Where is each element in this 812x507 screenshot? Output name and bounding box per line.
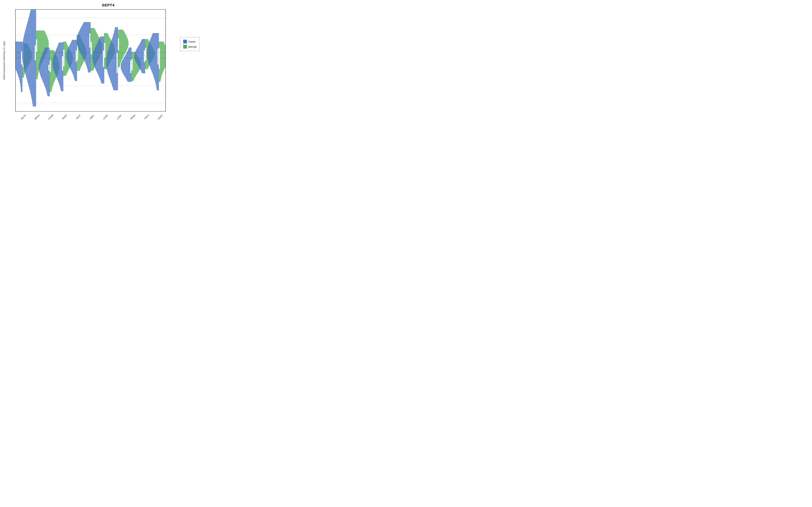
svg-point-157 [64, 73, 65, 74]
svg-point-22 [19, 74, 20, 74]
svg-point-447 [161, 56, 162, 56]
svg-point-386 [143, 53, 143, 54]
svg-point-101 [48, 81, 49, 82]
svg-rect-314 [118, 38, 119, 50]
svg-point-430 [153, 43, 153, 44]
svg-point-377 [144, 71, 145, 71]
svg-point-388 [144, 49, 145, 50]
svg-point-316 [118, 67, 118, 68]
svg-point-246 [95, 45, 96, 46]
svg-point-293 [104, 33, 105, 34]
svg-rect-394 [145, 48, 147, 60]
svg-point-106 [46, 67, 47, 68]
svg-point-412 [146, 41, 147, 41]
svg-point-220 [89, 60, 90, 61]
svg-point-71 [31, 20, 32, 21]
svg-point-79 [36, 70, 37, 71]
svg-point-84 [37, 56, 38, 57]
svg-point-61 [30, 77, 31, 78]
svg-point-403 [145, 56, 146, 57]
svg-point-36 [22, 77, 23, 78]
svg-point-324 [119, 49, 120, 50]
svg-point-142 [58, 74, 59, 74]
svg-point-179 [75, 73, 76, 74]
svg-point-62 [34, 72, 35, 72]
svg-point-183 [75, 64, 76, 64]
svg-point-190 [76, 47, 77, 48]
svg-point-290 [107, 39, 108, 40]
svg-point-269 [99, 47, 99, 48]
svg-point-24 [17, 68, 18, 69]
svg-point-224 [85, 49, 86, 49]
svg-point-330 [118, 36, 119, 37]
svg-point-192 [73, 42, 74, 43]
svg-point-18 [21, 86, 22, 87]
svg-point-184 [76, 61, 77, 62]
svg-point-312 [116, 31, 117, 32]
svg-point-92 [38, 33, 38, 34]
svg-point-72 [31, 15, 32, 15]
svg-point-64 [31, 60, 32, 61]
svg-point-97 [48, 93, 48, 94]
svg-rect-14 [21, 51, 22, 65]
svg-point-299 [117, 79, 117, 79]
svg-point-237 [90, 68, 91, 68]
svg-point-233 [88, 22, 88, 23]
svg-point-16 [22, 92, 22, 92]
svg-point-152 [59, 45, 60, 46]
svg-point-107 [45, 64, 46, 65]
svg-point-345 [130, 63, 131, 64]
svg-point-238 [92, 65, 93, 66]
svg-point-143 [60, 71, 61, 71]
svg-point-443 [162, 65, 163, 66]
svg-point-427 [154, 53, 155, 54]
svg-point-384 [140, 57, 141, 57]
legend-color-tumor [183, 40, 187, 44]
svg-point-31 [20, 47, 21, 48]
svg-point-340 [126, 73, 126, 74]
x-label-lusc: LUSC [113, 111, 125, 123]
svg-point-81 [38, 65, 39, 65]
svg-point-348 [126, 57, 127, 58]
svg-point-271 [101, 42, 102, 43]
svg-point-322 [121, 54, 121, 54]
svg-point-119 [50, 84, 50, 85]
svg-point-96 [48, 96, 49, 97]
svg-point-272 [102, 39, 103, 40]
svg-point-319 [120, 60, 121, 61]
svg-point-124 [51, 72, 52, 73]
svg-point-170 [64, 48, 65, 48]
svg-point-159 [66, 69, 67, 70]
svg-point-91 [38, 36, 39, 37]
svg-point-20 [20, 80, 21, 80]
svg-point-199 [81, 64, 81, 65]
svg-point-116 [50, 92, 50, 92]
svg-point-362 [132, 70, 133, 71]
svg-point-308 [113, 46, 114, 46]
svg-point-423 [152, 66, 153, 67]
svg-point-379 [144, 67, 145, 68]
svg-point-229 [83, 34, 83, 34]
svg-point-370 [132, 57, 133, 57]
svg-point-109 [44, 59, 44, 59]
svg-point-425 [157, 60, 157, 60]
svg-point-449 [165, 51, 165, 52]
svg-point-328 [118, 41, 119, 41]
svg-point-110 [45, 56, 45, 57]
svg-point-166 [64, 55, 65, 56]
svg-point-158 [65, 71, 65, 72]
legend-label-tumor: Tumor [188, 40, 196, 43]
svg-point-23 [19, 71, 20, 72]
svg-point-424 [154, 63, 154, 64]
svg-point-103 [43, 76, 44, 76]
svg-point-259 [103, 75, 104, 75]
svg-point-264 [99, 61, 100, 62]
svg-point-432 [157, 36, 157, 37]
legend-item-normal: Normal [183, 45, 196, 49]
svg-point-140 [61, 79, 62, 80]
svg-point-378 [141, 69, 142, 69]
svg-point-382 [141, 61, 142, 61]
violin-plot: 24681012 [15, 9, 166, 111]
svg-point-446 [162, 58, 163, 58]
svg-rect-234 [91, 42, 92, 54]
